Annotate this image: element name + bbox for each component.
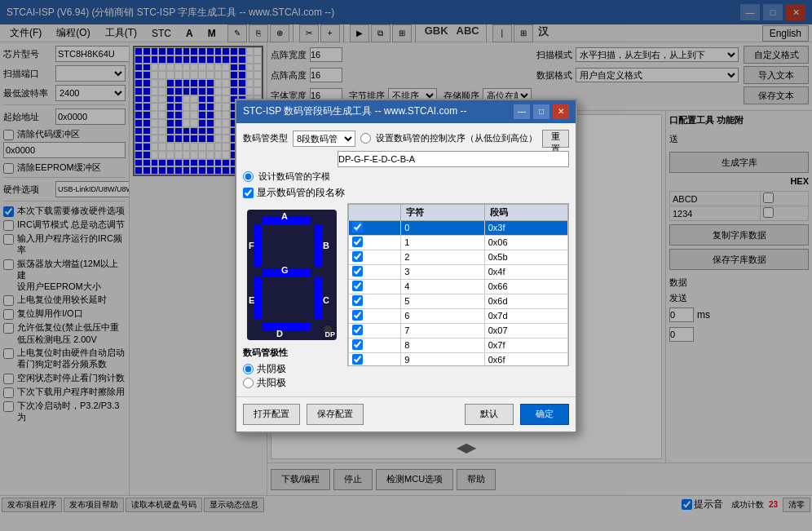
design-header: 设计数码管的字模 <box>243 170 569 183</box>
seg-row-char: 3 <box>401 264 484 279</box>
modal-minimize[interactable]: — <box>514 104 530 119</box>
common-cathode-label: 共阴极 <box>257 362 286 376</box>
seven-seg-display: A F B G E C D DP <box>247 210 337 340</box>
seg-row-checkbox[interactable] <box>349 352 401 366</box>
ctrl-order-radio[interactable] <box>360 133 371 144</box>
seg-table-row[interactable]: 5 0x6d <box>349 294 568 308</box>
common-anode-radio[interactable] <box>243 378 254 388</box>
seg-row-checkbox[interactable] <box>349 323 401 338</box>
seg-table-row[interactable]: 6 0x7d <box>349 308 568 323</box>
seg-table-row[interactable]: 8 0x7f <box>349 338 568 352</box>
tube-type-select[interactable]: 8段数码管 <box>293 131 355 147</box>
seg-row-code: 0x07 <box>484 323 567 338</box>
common-cathode-row: 共阴极 <box>243 362 341 376</box>
seg-table: 字符 段码 0 0x3f 1 0x06 2 0x5b 3 <box>348 204 568 366</box>
label-c: C <box>323 295 329 305</box>
seg-row-char: 1 <box>401 235 484 250</box>
segment-e[interactable] <box>254 277 262 320</box>
save-config-btn[interactable]: 保存配置 <box>307 404 364 425</box>
ctrl-order-label: 设置数码管的控制次序（从低位到高位） <box>376 132 537 144</box>
seg-row-char: 0 <box>401 220 484 235</box>
design-label: 设计数码管的字模 <box>258 170 330 183</box>
label-d: D <box>276 329 283 339</box>
seg-row-char: 7 <box>401 323 484 338</box>
seg-row-char: 9 <box>401 352 484 366</box>
show-seg-names-row: 显示数码管的段名称 <box>243 186 569 200</box>
seg-row-char: 8 <box>401 338 484 352</box>
label-a: A <box>281 211 288 221</box>
seg-table-row[interactable]: 9 0x6f <box>349 352 568 366</box>
seg-row-char: 4 <box>401 279 484 294</box>
seg-row-checkbox[interactable] <box>349 308 401 323</box>
polarity-title: 数码管极性 <box>243 347 341 359</box>
seg-table-row[interactable]: 1 0x06 <box>349 235 568 250</box>
common-anode-label: 共阳极 <box>257 376 286 390</box>
tube-type-row: 数码管类型 8段数码管 设置数码管的控制次序（从低位到高位） 重置 <box>243 130 569 148</box>
polarity-section: 数码管极性 共阴极 共阳极 <box>243 347 341 390</box>
modal-title-text: STC-ISP 数码管段码生成工具 -- www.STCAI.com -- <box>243 104 466 118</box>
seg-row-code: 0x4f <box>484 264 567 279</box>
order-value-input[interactable] <box>338 151 569 167</box>
seg-row-checkbox[interactable] <box>349 279 401 294</box>
label-b: B <box>323 241 329 250</box>
show-seg-names-checkbox[interactable] <box>243 188 254 198</box>
design-section: 设计数码管的字模 显示数码管的段名称 <box>243 170 569 200</box>
order-value-row <box>243 151 569 167</box>
design-radio[interactable] <box>243 171 254 182</box>
seg-table-container[interactable]: 字符 段码 0 0x3f 1 0x06 2 0x5b 3 <box>347 203 569 366</box>
seg-row-code: 0x7d <box>484 308 567 323</box>
seg-row-char: 6 <box>401 308 484 323</box>
modal-right-table: 字符 段码 0 0x3f 1 0x06 2 0x5b 3 <box>347 203 569 390</box>
footer-spacer <box>370 404 458 425</box>
confirm-btn[interactable]: 确定 <box>520 404 569 425</box>
label-dp: DP <box>324 330 335 339</box>
modal-title-bar: STC-ISP 数码管段码生成工具 -- www.STCAI.com -- — … <box>236 100 576 123</box>
label-f: F <box>249 241 254 250</box>
seg-row-code: 0x06 <box>484 235 567 250</box>
modal-close[interactable]: ✕ <box>553 104 569 119</box>
modal-left-display: A F B G E C D DP 数码管极性 共阴极 <box>243 203 341 390</box>
seg-row-char: 2 <box>401 250 484 264</box>
seg-row-checkbox[interactable] <box>349 250 401 264</box>
seg-row-checkbox[interactable] <box>349 264 401 279</box>
seg-row-code: 0x5b <box>484 250 567 264</box>
seg-row-checkbox[interactable] <box>349 294 401 308</box>
open-config-btn[interactable]: 打开配置 <box>243 404 300 425</box>
col-code: 段码 <box>484 204 567 220</box>
reset-btn[interactable]: 重置 <box>542 130 569 148</box>
modal-maximize[interactable]: □ <box>533 104 549 119</box>
seg-table-row[interactable]: 0 0x3f <box>349 220 568 235</box>
show-seg-names-label: 显示数码管的段名称 <box>257 186 345 200</box>
seg-row-checkbox[interactable] <box>349 235 401 250</box>
seg-row-code: 0x3f <box>484 220 567 235</box>
col-char: 字符 <box>401 204 484 220</box>
seg-row-char: 5 <box>401 294 484 308</box>
seg-table-header: 字符 段码 <box>349 204 568 220</box>
modal-overlay: STC-ISP 数码管段码生成工具 -- www.STCAI.com -- — … <box>0 0 812 531</box>
segment-f[interactable] <box>254 224 262 267</box>
seg-table-row[interactable]: 7 0x07 <box>349 323 568 338</box>
common-cathode-radio[interactable] <box>243 364 254 374</box>
col-checkbox <box>349 204 401 220</box>
seg-row-checkbox[interactable] <box>349 220 401 235</box>
segment-c[interactable] <box>314 277 322 320</box>
common-anode-row: 共阳极 <box>243 376 341 390</box>
default-btn[interactable]: 默认 <box>465 404 514 425</box>
seg-row-code: 0x66 <box>484 279 567 294</box>
modal-body: 数码管类型 8段数码管 设置数码管的控制次序（从低位到高位） 重置 设计数码管的… <box>236 123 576 396</box>
segment-d[interactable] <box>262 322 311 330</box>
seg-table-row[interactable]: 2 0x5b <box>349 250 568 264</box>
seg-table-row[interactable]: 3 0x4f <box>349 264 568 279</box>
seg-row-checkbox[interactable] <box>349 338 401 352</box>
label-g: G <box>281 265 289 275</box>
modal-dialog: STC-ISP 数码管段码生成工具 -- www.STCAI.com -- — … <box>235 99 577 433</box>
modal-footer: 打开配置 保存配置 默认 确定 <box>236 396 576 431</box>
seg-row-code: 0x6f <box>484 352 567 366</box>
modal-controls: — □ ✕ <box>514 104 569 119</box>
seg-table-row[interactable]: 4 0x66 <box>349 279 568 294</box>
seg-row-code: 0x6d <box>484 294 567 308</box>
segment-b[interactable] <box>314 224 322 267</box>
modal-main-section: A F B G E C D DP 数码管极性 共阴极 <box>243 203 569 390</box>
seg-row-code: 0x7f <box>484 338 567 352</box>
tube-type-label: 数码管类型 <box>243 132 288 144</box>
